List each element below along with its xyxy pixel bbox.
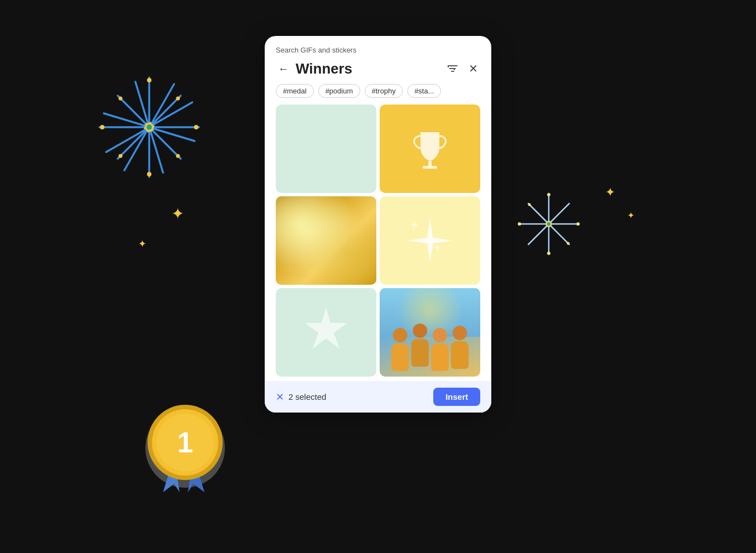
firework-light-decor bbox=[513, 188, 585, 260]
svg-point-59 bbox=[156, 414, 214, 471]
svg-line-17 bbox=[154, 102, 192, 124]
svg-point-40 bbox=[528, 204, 531, 206]
svg-line-10 bbox=[135, 82, 148, 122]
svg-point-41 bbox=[567, 242, 570, 245]
svg-point-39 bbox=[576, 222, 580, 226]
dialog-header: Search GIFs and stickers ← Winners bbox=[265, 36, 491, 84]
close-icon: ✕ bbox=[469, 62, 478, 75]
svg-point-1 bbox=[146, 124, 152, 130]
gif-cell-2[interactable] bbox=[380, 105, 480, 193]
svg-rect-53 bbox=[164, 466, 174, 476]
search-dialog: Search GIFs and stickers ← Winners bbox=[265, 36, 491, 413]
svg-point-19 bbox=[147, 172, 151, 176]
svg-point-21 bbox=[194, 125, 198, 129]
insert-button[interactable]: Insert bbox=[433, 388, 480, 406]
svg-rect-66 bbox=[428, 161, 432, 166]
svg-point-25 bbox=[119, 154, 123, 158]
tag-medal[interactable]: #medal bbox=[276, 84, 314, 98]
svg-point-36 bbox=[547, 193, 550, 196]
gif-cell-3[interactable] bbox=[276, 196, 376, 285]
sparkle-1: ✦ bbox=[171, 205, 184, 223]
svg-rect-51 bbox=[197, 466, 207, 476]
svg-point-45 bbox=[148, 405, 223, 480]
svg-point-23 bbox=[176, 154, 180, 158]
gif-cell-4[interactable] bbox=[380, 196, 480, 285]
gif-grid bbox=[265, 105, 491, 377]
svg-line-16 bbox=[106, 130, 145, 152]
svg-line-15 bbox=[124, 132, 146, 170]
svg-rect-50 bbox=[208, 454, 219, 464]
search-label: Search GIFs and stickers bbox=[276, 46, 480, 54]
tag-podium[interactable]: #podium bbox=[318, 84, 360, 98]
svg-text:1: 1 bbox=[177, 426, 193, 458]
page-title: Winners bbox=[296, 60, 352, 77]
svg-line-33 bbox=[551, 226, 569, 244]
bottom-bar: ✕ 2 selected Insert bbox=[265, 381, 491, 413]
trophy-icon bbox=[405, 124, 455, 174]
filter-icon bbox=[447, 62, 459, 75]
nav-right: ✕ bbox=[444, 60, 480, 77]
svg-rect-52 bbox=[182, 471, 188, 479]
svg-line-32 bbox=[528, 204, 547, 222]
svg-line-12 bbox=[104, 113, 144, 126]
svg-point-42 bbox=[145, 408, 225, 488]
tag-trophy[interactable]: #trophy bbox=[365, 84, 403, 98]
svg-point-24 bbox=[176, 97, 180, 101]
svg-marker-43 bbox=[163, 456, 180, 492]
svg-line-34 bbox=[551, 204, 569, 222]
svg-marker-44 bbox=[188, 456, 204, 492]
svg-line-7 bbox=[153, 131, 181, 159]
svg-line-35 bbox=[528, 226, 547, 244]
svg-rect-54 bbox=[151, 454, 162, 464]
gif-cell-6[interactable] bbox=[380, 288, 480, 377]
svg-point-58 bbox=[152, 409, 218, 476]
svg-point-0 bbox=[144, 122, 155, 133]
tag-star[interactable]: #sta... bbox=[407, 84, 441, 98]
nav-row: ← Winners ✕ bbox=[276, 60, 480, 77]
svg-rect-55 bbox=[148, 439, 156, 446]
svg-line-13 bbox=[154, 129, 195, 141]
back-button[interactable]: ← bbox=[276, 61, 291, 76]
svg-rect-57 bbox=[164, 409, 174, 419]
sparkle-2: ✦ bbox=[138, 238, 146, 250]
medal-badge-decor: 1 bbox=[127, 371, 249, 509]
firework-blue-decor bbox=[88, 66, 210, 188]
svg-point-26 bbox=[545, 221, 552, 227]
gif-cell-1[interactable] bbox=[276, 105, 376, 193]
svg-line-6 bbox=[118, 96, 145, 123]
svg-rect-67 bbox=[423, 166, 437, 169]
star-icon bbox=[296, 302, 356, 363]
sparkle-stars-icon bbox=[397, 207, 463, 274]
selected-count: 2 selected bbox=[288, 392, 326, 401]
nav-left: ← Winners bbox=[276, 60, 352, 77]
svg-point-27 bbox=[547, 222, 550, 226]
svg-point-20 bbox=[100, 125, 104, 129]
svg-point-18 bbox=[147, 78, 151, 82]
svg-line-14 bbox=[152, 84, 174, 123]
svg-rect-47 bbox=[197, 409, 207, 419]
selected-info: ✕ 2 selected bbox=[276, 391, 326, 403]
svg-rect-48 bbox=[208, 421, 219, 431]
svg-rect-49 bbox=[214, 439, 222, 446]
svg-line-9 bbox=[118, 131, 145, 159]
svg-line-8 bbox=[153, 96, 181, 123]
close-button[interactable]: ✕ bbox=[466, 60, 480, 77]
svg-rect-56 bbox=[151, 421, 162, 431]
back-arrow-icon: ← bbox=[278, 62, 289, 75]
svg-point-37 bbox=[547, 252, 550, 255]
svg-point-22 bbox=[119, 97, 123, 101]
gif-cell-5[interactable] bbox=[276, 288, 376, 377]
svg-line-11 bbox=[151, 132, 163, 173]
filter-button[interactable] bbox=[444, 60, 461, 77]
sparkle-3: ✦ bbox=[605, 185, 615, 200]
clear-selection-icon[interactable]: ✕ bbox=[276, 391, 284, 403]
tags-row: #medal #podium #trophy #sta... bbox=[265, 84, 491, 105]
svg-rect-46 bbox=[182, 405, 188, 414]
sparkle-4: ✦ bbox=[627, 210, 634, 221]
svg-point-38 bbox=[518, 222, 521, 226]
